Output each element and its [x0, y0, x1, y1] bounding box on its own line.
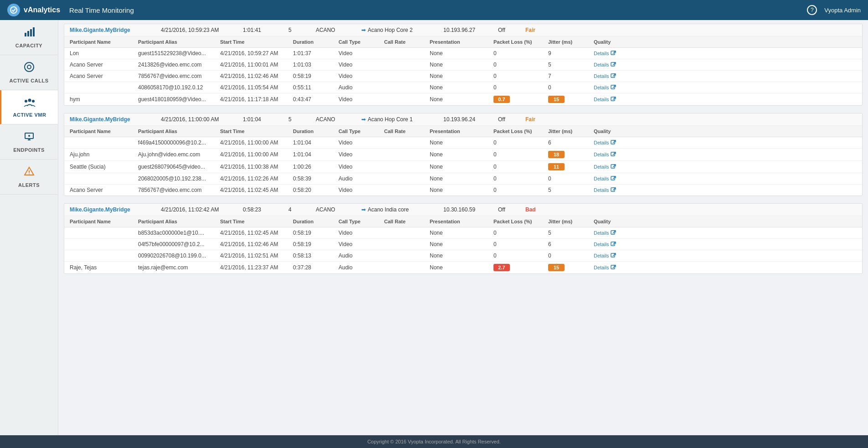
jitter: 0 — [548, 84, 594, 91]
col-start-time: Start Time — [220, 219, 293, 224]
table-row: Acano Server 7856767@video.emc.com 4/21/… — [64, 71, 862, 82]
svg-line-41 — [613, 253, 616, 256]
svg-rect-3 — [30, 29, 32, 36]
details-link[interactable]: Details — [594, 85, 639, 90]
svg-line-23 — [613, 85, 616, 88]
packet-loss: 0 — [493, 84, 548, 91]
sidebar: CAPACITY ACTIVE CALLS — [0, 20, 58, 435]
sidebar-item-capacity[interactable]: CAPACITY — [0, 20, 58, 55]
start-time: 4/21/2016, 11:02:46 AM — [220, 73, 293, 79]
sidebar-item-alerts[interactable]: ALERTS — [0, 160, 58, 195]
external-link-icon — [611, 73, 616, 79]
col-call-type: Call Type — [339, 129, 384, 134]
presentation: None — [430, 252, 493, 259]
jitter: 11 — [548, 163, 594, 170]
start-time: 4/21/2016, 11:02:45 AM — [220, 187, 293, 193]
participant-name: Aju.john — [70, 151, 138, 158]
sidebar-item-active-calls[interactable]: ACTIVE CALLS — [0, 55, 58, 90]
details-link[interactable]: Details — [594, 164, 639, 170]
participant-alias: guest1515229238@Video... — [138, 50, 220, 57]
header-left: vAnalytics Real Time Monitoring — [7, 4, 134, 16]
jitter: 0 — [548, 252, 594, 259]
external-link-icon — [611, 62, 616, 67]
details-link[interactable]: Details — [594, 73, 639, 79]
details-link[interactable]: Details — [594, 176, 639, 181]
participant-alias: guest2680790645@video... — [138, 164, 220, 170]
details-link[interactable]: Details — [594, 242, 639, 247]
details-link[interactable]: Details — [594, 140, 639, 145]
presentation: None — [430, 151, 493, 158]
packet-loss: 0 — [493, 241, 548, 247]
details-link[interactable]: Details — [594, 97, 639, 102]
packet-loss: 0 — [493, 187, 548, 193]
svg-point-9 — [32, 100, 35, 103]
table-row: 4086058170@10.192.0.12 4/21/2016, 11:05:… — [64, 82, 862, 93]
svg-rect-1 — [25, 33, 26, 36]
table-row: Acano Server 2413826@video.emc.com 4/21/… — [64, 59, 862, 71]
duration: 1:01:04 — [293, 151, 339, 158]
sidebar-item-endpoints[interactable]: ENDPOINTS — [0, 124, 58, 160]
details-link[interactable]: Details — [594, 230, 639, 236]
col-presentation: Presentation — [430, 129, 493, 134]
call-type: Video — [339, 96, 384, 103]
details-link[interactable]: Details — [594, 152, 639, 157]
packet-loss: 0 — [493, 252, 548, 259]
duration: 0:58:20 — [293, 187, 339, 193]
participant-alias: 009902026708@10.199.0... — [138, 252, 220, 259]
participant-alias: 04f57bfe00000097@10.2... — [138, 241, 220, 247]
duration: 0:37:28 — [293, 264, 339, 271]
details-link[interactable]: Details — [594, 51, 639, 56]
call-quality: Bad — [525, 206, 580, 213]
call-type: Audio — [339, 264, 384, 271]
presentation: None — [430, 139, 493, 146]
start-time: 4/21/2016, 10:59:27 AM — [220, 50, 293, 57]
logo-icon — [7, 4, 20, 16]
help-icon[interactable]: ? — [807, 5, 817, 15]
duration: 0:58:19 — [293, 230, 339, 236]
packet-loss: 0 — [493, 151, 548, 158]
participant-name: Acano Server — [70, 187, 138, 193]
presentation: None — [430, 84, 493, 91]
details-link[interactable]: Details — [594, 62, 639, 67]
col-quality: Quality — [594, 39, 639, 45]
col-duration: Duration — [293, 129, 339, 134]
presentation: None — [430, 96, 493, 103]
participant-alias: guest4180180959@Video... — [138, 96, 220, 103]
start-time: 4/21/2016, 11:23:37 AM — [220, 264, 293, 271]
svg-line-31 — [613, 165, 616, 167]
main-content: Mike.Gigante.MyBridge 4/21/2016, 10:59:2… — [58, 20, 868, 435]
col-call-rate: Call Rate — [384, 39, 430, 45]
packet-loss: 0 — [493, 230, 548, 236]
duration: 0:58:19 — [293, 73, 339, 79]
jitter: 15 — [548, 96, 594, 103]
details-link[interactable]: Details — [594, 253, 639, 258]
participant-name: Raje, Tejas — [70, 264, 138, 271]
call-type: Audio — [339, 84, 384, 91]
sidebar-item-active-vmr[interactable]: ACTIVE VMR — [0, 90, 58, 124]
col-participant-name: Participant Name — [70, 129, 138, 134]
svg-point-6 — [27, 65, 31, 69]
details-link[interactable]: Details — [594, 265, 639, 270]
table-row: 04f57bfe00000097@10.2... 4/21/2016, 11:0… — [64, 239, 862, 250]
active-vmr-icon — [23, 97, 36, 109]
presentation: None — [430, 62, 493, 68]
external-link-icon — [611, 152, 616, 157]
participant-name: Seattle (Sucia) — [70, 164, 138, 170]
call-block-0: Mike.Gigante.MyBridge 4/21/2016, 10:59:2… — [64, 24, 863, 106]
jitter-badge: 15 — [548, 264, 565, 271]
call-type: Video — [339, 62, 384, 68]
participant-alias: 7856767@video.emc.com — [138, 187, 220, 193]
duration: 0:58:39 — [293, 175, 339, 182]
call-type: Video — [339, 230, 384, 236]
call-ip: 10.30.160.59 — [443, 206, 498, 213]
call-duration: 0:58:23 — [243, 206, 288, 213]
call-date: 4/21/2016, 11:02:42 AM — [161, 206, 243, 213]
call-type: Video — [339, 241, 384, 247]
svg-point-7 — [28, 99, 31, 102]
logo-text: vAnalytics — [24, 6, 60, 14]
call-type: ACANO — [316, 206, 361, 213]
details-link[interactable]: Details — [594, 187, 639, 193]
packet-loss: 0 — [493, 62, 548, 68]
col-quality: Quality — [594, 219, 639, 224]
start-time: 4/21/2016, 11:02:46 AM — [220, 241, 293, 247]
